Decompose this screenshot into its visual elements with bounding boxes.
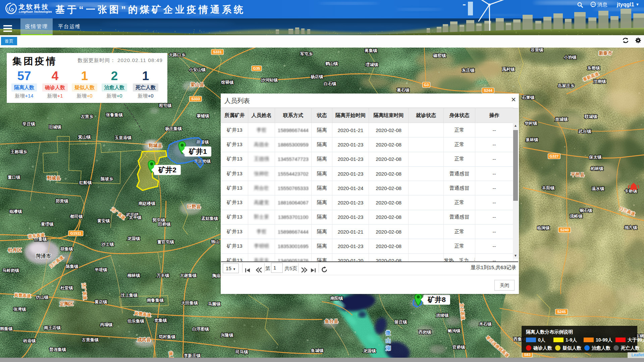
svg-text:矿井8: 矿井8 [427, 296, 446, 303]
svg-text:董口镇: 董口镇 [8, 175, 20, 180]
svg-text:军屯乡: 军屯乡 [300, 52, 313, 56]
svg-text:董官屯镇: 董官屯镇 [157, 240, 174, 244]
svg-text:G327: G327 [550, 154, 559, 158]
svg-text:旧城镇: 旧城镇 [49, 124, 61, 129]
svg-text:王称堌乡: 王称堌乡 [10, 149, 28, 154]
svg-text:沙河站镇: 沙河站镇 [261, 78, 278, 82]
svg-text:砖庙镇: 砖庙镇 [23, 339, 36, 343]
svg-text:红船镇: 红船镇 [79, 180, 92, 185]
svg-text:白石镇: 白石镇 [324, 81, 336, 86]
svg-text:西岗镇: 西岗镇 [418, 330, 431, 335]
svg-text:S331: S331 [213, 50, 222, 54]
svg-text:大谢集镇: 大谢集镇 [180, 273, 197, 278]
svg-text:地方镇: 地方镇 [624, 225, 637, 230]
svg-text:鲍沟镇: 鲍沟镇 [447, 328, 461, 333]
svg-text:柏林镇: 柏林镇 [590, 166, 603, 171]
svg-text:鄄城县: 鄄城县 [47, 176, 61, 181]
svg-text:山: 山 [386, 338, 391, 343]
svg-text:S83: S83 [524, 353, 531, 357]
svg-text:木石镇: 木石镇 [479, 322, 492, 326]
svg-text:南鲁集镇: 南鲁集镇 [147, 298, 164, 303]
svg-text:郓城县: 郓城县 [148, 143, 162, 148]
svg-text:谷里镇: 谷里镇 [530, 48, 543, 52]
svg-text:沙土镇: 沙土镇 [101, 242, 114, 247]
svg-text:成武县: 成武县 [137, 337, 151, 342]
svg-text:鱼台县: 鱼台县 [324, 319, 338, 324]
svg-text:马岭岗镇: 马岭岗镇 [2, 268, 19, 273]
svg-text:牡丹区: 牡丹区 [8, 248, 22, 253]
svg-text:矿井1: 矿井1 [189, 147, 207, 155]
svg-text:汶上集镇: 汶上集镇 [120, 293, 138, 298]
svg-text:梁山县: 梁山县 [190, 82, 204, 87]
svg-text:定陶区: 定陶区 [59, 301, 73, 306]
svg-text:临濮镇: 临濮镇 [9, 209, 22, 214]
svg-text:铜石镇: 铜石镇 [579, 208, 592, 213]
svg-text:程屯镇: 程屯镇 [159, 103, 172, 108]
svg-text:汶南镇: 汶南镇 [593, 79, 606, 84]
svg-text:杨店镇: 杨店镇 [310, 74, 323, 79]
svg-text:陈集镇: 陈集镇 [66, 264, 78, 269]
svg-text:南王店镇: 南王店镇 [44, 325, 61, 330]
svg-text:小安山镇: 小安山镇 [189, 67, 206, 72]
svg-text:洪绪镇: 洪绪镇 [436, 313, 449, 318]
svg-text:磁窑镇: 磁窑镇 [433, 53, 446, 58]
svg-text:半堤镇: 半堤镇 [95, 267, 107, 272]
svg-text:张鲁集镇: 张鲁集镇 [106, 113, 123, 117]
svg-text:陈坡乡: 陈坡乡 [101, 177, 113, 181]
svg-text:陶庙: 陶庙 [212, 274, 221, 278]
svg-text:伯乐集镇: 伯乐集镇 [127, 319, 145, 323]
svg-text:临涧镇: 临涧镇 [537, 225, 550, 230]
svg-text:万丰镇: 万丰镇 [156, 273, 169, 278]
svg-text:流峪镇: 流峪镇 [570, 214, 583, 219]
svg-text:联城镇: 联城镇 [584, 114, 597, 119]
svg-text:普连集镇: 普连集镇 [49, 347, 66, 352]
svg-text:玉皇庙镇: 玉皇庙镇 [114, 135, 132, 140]
svg-text:官桥镇: 官桥镇 [452, 345, 465, 350]
svg-text:小协镇: 小协镇 [564, 55, 577, 60]
svg-text:韩集镇: 韩集镇 [0, 326, 13, 331]
svg-text:南阳镇: 南阳镇 [330, 296, 343, 301]
svg-text:德上高速: 德上高速 [168, 351, 174, 358]
svg-text:司马镇: 司马镇 [235, 350, 248, 354]
svg-text:S245: S245 [557, 310, 566, 314]
svg-text:大田集镇: 大田集镇 [181, 301, 198, 305]
svg-text:张湾镇: 张湾镇 [13, 307, 26, 312]
svg-text:泉林镇: 泉林镇 [525, 137, 538, 142]
svg-text:堽城镇: 堽城镇 [365, 62, 378, 67]
svg-text:冉堌镇: 冉堌镇 [100, 322, 113, 327]
svg-text:华村镇: 华村镇 [524, 121, 537, 126]
svg-text:南赵楼镇: 南赵楼镇 [138, 201, 156, 206]
svg-text:武台镇: 武台镇 [578, 129, 591, 134]
svg-text:太平镇: 太平镇 [128, 215, 142, 220]
svg-text:东都镇: 东都镇 [587, 66, 600, 70]
svg-text:保太镇: 保太镇 [589, 155, 602, 160]
svg-text:G1511: G1511 [70, 231, 81, 235]
svg-text:苟村集镇: 苟村集镇 [158, 335, 176, 339]
svg-text:箕山镇: 箕山镇 [78, 135, 91, 139]
svg-text:黄店镇: 黄店镇 [95, 300, 107, 304]
svg-text:菏泽市: 菏泽市 [36, 253, 51, 259]
svg-text:胡集镇: 胡集镇 [60, 247, 73, 251]
svg-text:石莱镇: 石莱镇 [522, 95, 535, 100]
svg-text:微: 微 [385, 330, 391, 336]
svg-text:杨庄集镇: 杨庄集镇 [165, 126, 182, 131]
svg-text:湖: 湖 [385, 345, 391, 351]
svg-text:掌铺镇: 掌铺镇 [197, 114, 209, 118]
svg-text:馆驿镇: 馆驿镇 [221, 80, 234, 85]
svg-text:留庄镇: 留庄镇 [394, 320, 407, 324]
svg-text:G3: G3 [424, 83, 429, 87]
svg-text:鹤山镇: 鹤山镇 [325, 61, 338, 66]
svg-text:鱼城镇: 鱼城镇 [311, 348, 324, 353]
svg-text:兴隆镇: 兴隆镇 [220, 333, 233, 338]
svg-text:葛石镇: 葛石镇 [396, 88, 410, 93]
svg-text:左营乡: 左营乡 [80, 114, 94, 119]
svg-text:黄堽镇: 黄堽镇 [41, 222, 54, 227]
svg-text:禹村镇: 禹村镇 [502, 67, 515, 72]
svg-text:平邑县: 平邑县 [571, 172, 585, 177]
svg-text:辛庄镇: 辛庄镇 [22, 121, 35, 126]
svg-text:矿井2: 矿井2 [158, 166, 176, 174]
svg-text:东庄镇: 东庄镇 [462, 68, 475, 73]
svg-text:古营集镇: 古营集镇 [82, 338, 99, 342]
svg-text:S240: S240 [560, 228, 569, 232]
svg-text:S333: S333 [191, 97, 200, 101]
